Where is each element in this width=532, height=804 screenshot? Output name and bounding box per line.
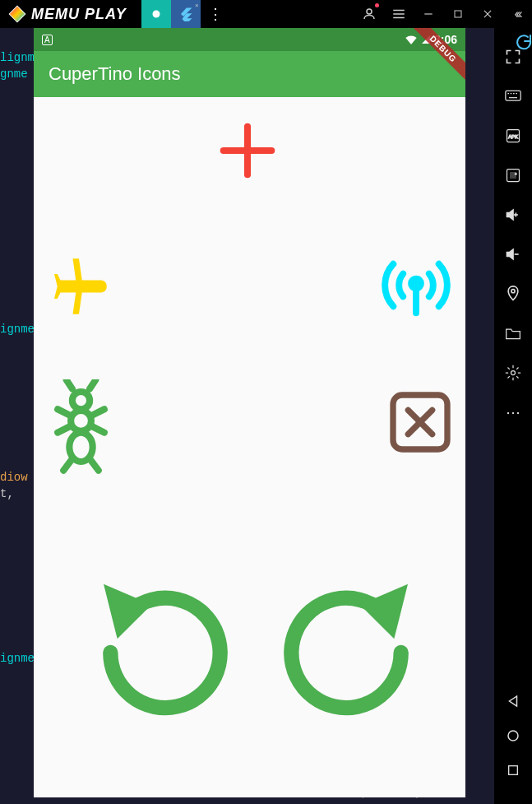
volume-up-icon[interactable] <box>504 206 522 224</box>
svg-rect-10 <box>455 11 461 17</box>
ant-icon <box>44 377 118 476</box>
folder-icon[interactable] <box>504 324 522 342</box>
svg-point-40 <box>72 392 89 409</box>
svg-rect-13 <box>506 91 520 100</box>
tab-more-icon[interactable]: ⋮ <box>201 0 230 28</box>
svg-point-33 <box>508 731 518 741</box>
apk-icon[interactable]: APK <box>504 127 522 145</box>
svg-point-5 <box>367 9 372 14</box>
svg-marker-25 <box>507 210 514 220</box>
svg-marker-28 <box>507 249 514 259</box>
memu-logo: MEMU PLAY <box>8 5 127 23</box>
xmark-square-icon <box>383 385 457 459</box>
svg-line-48 <box>92 426 104 432</box>
svg-rect-34 <box>509 766 518 775</box>
svg-line-45 <box>58 409 69 415</box>
svg-text:APK: APK <box>508 134 518 139</box>
svg-marker-1 <box>10 7 25 21</box>
more-icon[interactable]: ⋯ <box>504 403 522 421</box>
settings-icon[interactable] <box>504 364 522 382</box>
svg-marker-54 <box>104 584 151 639</box>
android-statusbar: A 3:06 DEBUG <box>34 28 465 51</box>
maximize-button[interactable] <box>443 0 473 28</box>
emulator-sidebar: APK ⋯ <box>494 28 532 804</box>
close-button[interactable] <box>473 0 502 28</box>
memu-diamond-icon <box>8 5 26 23</box>
svg-rect-22 <box>511 173 516 179</box>
location-icon[interactable] <box>504 285 522 303</box>
collapse-sidebar-icon[interactable]: ‹‹‹ <box>502 0 532 28</box>
nav-home-icon[interactable] <box>504 727 522 745</box>
tab-android[interactable] <box>141 0 171 28</box>
hamburger-icon[interactable] <box>384 0 414 28</box>
statusbar-a-badge: A <box>42 35 53 45</box>
add-icon <box>215 118 280 184</box>
tab-close-icon[interactable]: × <box>195 2 199 9</box>
svg-line-46 <box>92 409 104 415</box>
keyboard-icon[interactable] <box>504 87 522 105</box>
rotate-ccw-icon <box>79 558 252 747</box>
svg-point-2 <box>152 11 160 18</box>
nav-recent-icon[interactable] <box>504 761 522 779</box>
svg-line-43 <box>66 379 72 388</box>
svg-line-44 <box>90 379 95 388</box>
app-bar: CuperTino Icons <box>34 51 465 97</box>
rotate-cw-icon <box>260 558 433 747</box>
signal-icon <box>421 35 431 44</box>
svg-marker-35 <box>422 35 430 44</box>
svg-line-50 <box>90 458 99 470</box>
phone-screen: A 3:06 DEBUG CuperTino Icons <box>34 28 465 797</box>
svg-point-30 <box>511 290 515 293</box>
antenna-icon <box>375 245 457 328</box>
app-title: CuperTino Icons <box>49 63 181 85</box>
minimize-button[interactable] <box>414 0 443 28</box>
volume-down-icon[interactable] <box>504 245 522 263</box>
svg-line-47 <box>58 426 69 432</box>
svg-point-31 <box>511 371 516 375</box>
screenshot-icon[interactable] <box>504 166 522 184</box>
nav-back-icon[interactable] <box>504 692 522 710</box>
svg-point-41 <box>71 411 91 431</box>
svg-marker-55 <box>360 584 408 639</box>
svg-marker-32 <box>510 696 517 706</box>
wifi-icon <box>405 35 418 44</box>
app-body <box>34 97 465 797</box>
redo-overlay-icon <box>514 33 532 56</box>
profile-icon[interactable] <box>354 0 384 28</box>
airplane-icon <box>34 245 124 328</box>
brand-text: MEMU PLAY <box>31 6 127 23</box>
tab-flutter[interactable]: × <box>171 0 201 28</box>
statusbar-time: 3:06 <box>434 33 457 46</box>
emulator-titlebar: MEMU PLAY × ⋮ ‹‹‹ <box>0 0 532 28</box>
svg-line-49 <box>63 458 72 470</box>
